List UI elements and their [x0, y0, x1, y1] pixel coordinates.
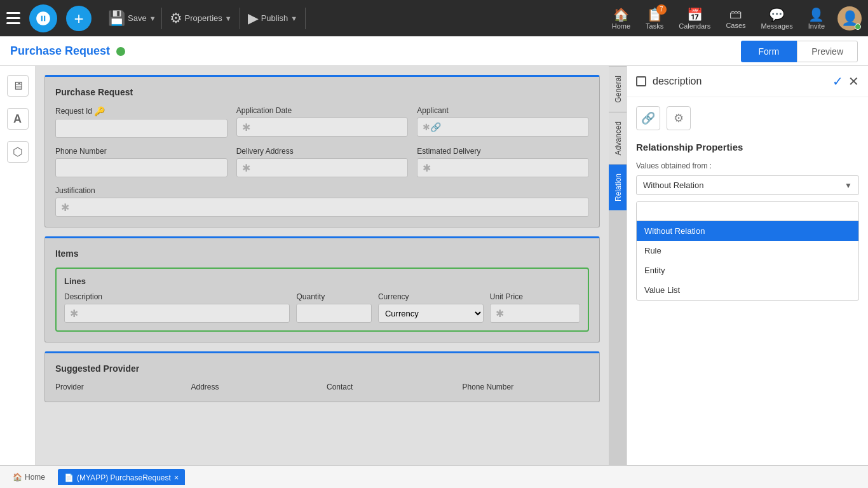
section-title-purchase: Purchase Request [55, 87, 589, 97]
nav-logo[interactable] [29, 4, 57, 32]
properties-arrow-icon: ▼ [225, 15, 232, 22]
nav-messages[interactable]: 💬 Messages [755, 4, 799, 32]
nav-home[interactable]: 🏠 Home [606, 4, 637, 32]
calendars-nav-label: Calendars [679, 22, 710, 30]
description-col-label: Description [64, 292, 290, 301]
sidebar-text-icon[interactable]: A [7, 108, 29, 130]
home-bottom-label: Home [25, 473, 45, 482]
save-arrow-icon: ▼ [149, 15, 156, 22]
option-value-list[interactable]: Value List [637, 280, 858, 300]
messages-icon: 💬 [769, 7, 785, 22]
nav-cases[interactable]: 🗃 Cases [719, 4, 752, 32]
dropdown-search-input[interactable] [637, 202, 858, 221]
link-icon-button[interactable]: 🔗 [636, 106, 660, 130]
right-panel: description ✓ ✕ 🔗 ⚙ Relationship Propert… [627, 66, 868, 465]
option-rule[interactable]: Rule [637, 241, 858, 261]
currency-select[interactable]: Currency USD EUR GBP [378, 304, 484, 323]
delivery-address-label: Delivery Address [236, 147, 409, 156]
lines-title: Lines [64, 276, 580, 286]
quantity-input[interactable] [296, 304, 371, 323]
panel-title: description [653, 76, 832, 87]
calendars-icon: 📅 [687, 7, 703, 22]
application-date-input[interactable]: ✱ [236, 118, 409, 137]
publish-label: Publish [261, 13, 288, 23]
home-nav-label: Home [612, 22, 630, 30]
tab-relation[interactable]: Relation [609, 164, 627, 210]
save-label: Save [128, 13, 147, 23]
applicant-label: Applicant [417, 106, 589, 115]
form-tab-button[interactable]: Form [741, 41, 797, 62]
values-label: Values obtained from : [636, 161, 859, 170]
tasks-nav-label: Tasks [646, 22, 663, 30]
estimated-delivery-label: Estimated Delivery [417, 147, 589, 156]
side-tabs-container: General Advanced Relation [609, 66, 627, 465]
suggested-provider-section: Suggested Provider Provider Address Cont… [44, 351, 600, 402]
nav-tasks[interactable]: 📋 7 Tasks [639, 4, 670, 32]
panel-close-button[interactable]: ✕ [848, 74, 859, 89]
values-dropdown[interactable]: Without Relation ▼ [636, 175, 859, 195]
field-phone-number: Phone Number [55, 147, 227, 177]
description-input[interactable]: ✱ [64, 304, 290, 323]
justification-input[interactable]: ✱ [55, 198, 589, 217]
unit-price-input[interactable]: ✱ [490, 304, 580, 323]
bottom-bar: 🏠 Home 📄 (MYAPP) PurchaseRequest × [0, 465, 868, 488]
estimated-delivery-input[interactable]: ✱ [417, 158, 589, 177]
nav-invite[interactable]: 👤 Invite [802, 4, 831, 32]
phone-number-input[interactable] [55, 158, 227, 177]
settings-icon-button[interactable]: ⚙ [667, 106, 691, 130]
relationship-title: Relationship Properties [636, 142, 859, 152]
field-application-date: Application Date ✱ [236, 106, 409, 138]
home-bottom-icon: 🏠 [13, 473, 22, 482]
nav-calendars[interactable]: 📅 Calendars [672, 4, 717, 32]
hamburger-button[interactable] [6, 10, 24, 27]
form-content: Purchase Request Request Id 🔑 Applicatio… [36, 66, 609, 465]
publish-tool[interactable]: ▶ Publish ▼ [240, 8, 306, 29]
address-col: Address [191, 383, 318, 391]
quantity-col-label: Quantity [296, 292, 371, 301]
option-entity[interactable]: Entity [637, 261, 858, 280]
invite-nav-label: Invite [808, 22, 825, 30]
bottom-home-tab[interactable]: 🏠 Home [6, 470, 51, 484]
right-panel-body: 🔗 ⚙ Relationship Properties Values obtai… [627, 97, 868, 465]
dropdown-arrow-icon: ▼ [844, 181, 852, 190]
panel-checkbox[interactable] [636, 76, 646, 86]
delivery-address-input[interactable]: ✱ [236, 158, 409, 177]
bottom-app-tab[interactable]: 📄 (MYAPP) PurchaseRequest × [58, 469, 185, 485]
panel-check-button[interactable]: ✓ [832, 74, 843, 89]
field-quantity: Quantity [296, 292, 371, 323]
tab-general[interactable]: General [609, 66, 627, 112]
save-tool[interactable]: 💾 Save ▼ [103, 8, 162, 29]
lines-subsection: Lines Description ✱ Quantity Currency [55, 268, 589, 332]
tasks-badge: 7 [656, 4, 667, 15]
properties-icon: ⚙ [170, 10, 182, 27]
required-icon-request-id: 🔑 [94, 106, 105, 116]
field-applicant: Applicant ✱🔗 [417, 106, 589, 138]
purchase-request-section: Purchase Request Request Id 🔑 Applicatio… [44, 75, 600, 227]
request-id-input[interactable] [55, 119, 227, 138]
save-icon: 💾 [108, 10, 125, 27]
properties-tool[interactable]: ⚙ Properties ▼ [162, 8, 240, 29]
option-without-relation[interactable]: Without Relation [637, 221, 858, 241]
applicant-input[interactable]: ✱🔗 [417, 118, 589, 137]
add-button[interactable]: + [66, 6, 92, 31]
sidebar-monitor-icon[interactable]: 🖥 [7, 75, 29, 97]
status-dot [116, 47, 125, 56]
field-justification: Justification ✱ [55, 186, 589, 217]
tab-close-button[interactable]: × [174, 473, 179, 482]
provider-col: Provider [55, 383, 182, 391]
messages-nav-label: Messages [761, 22, 793, 30]
sidebar-cube-icon[interactable]: ⬡ [7, 141, 29, 163]
items-section: Items Lines Description ✱ Quantity [44, 236, 600, 342]
application-date-label: Application Date [236, 106, 409, 115]
publish-arrow-icon: ▼ [290, 15, 297, 22]
dropdown-selected-value: Without Relation [643, 180, 703, 190]
preview-tab-button[interactable]: Preview [797, 41, 858, 62]
phone-col: Phone Number [463, 383, 590, 391]
avatar[interactable]: 👤 [837, 6, 862, 30]
tab-advanced[interactable]: Advanced [609, 112, 627, 164]
field-description: Description ✱ [64, 292, 290, 323]
avatar-status-dot [855, 24, 861, 30]
page-title: Purchase Request [10, 44, 110, 58]
top-navbar: + 💾 Save ▼ ⚙ Properties ▼ ▶ Publish ▼ 🏠 … [0, 0, 868, 37]
cases-nav-label: Cases [726, 22, 745, 29]
